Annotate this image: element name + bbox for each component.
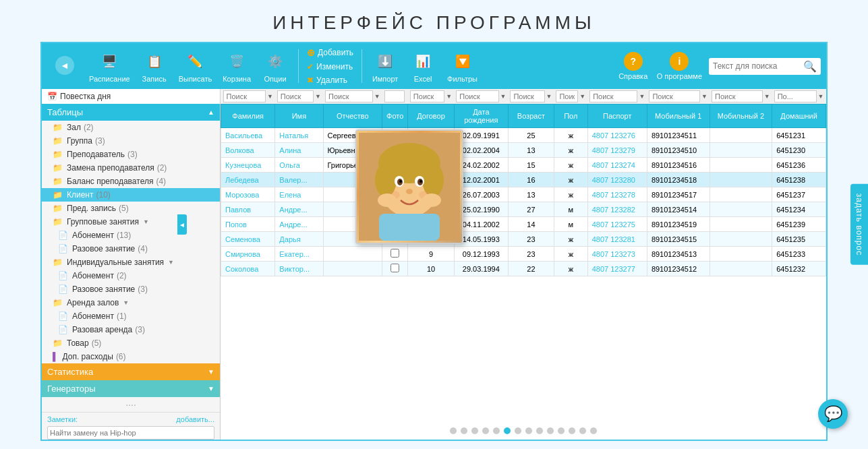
- col-contract[interactable]: Договор: [408, 104, 454, 128]
- cell-name[interactable]: Алина: [275, 143, 323, 158]
- pagination-dot-13[interactable]: [590, 427, 597, 434]
- cell-passport[interactable]: 4807 123281: [587, 232, 647, 247]
- cell-photo[interactable]: [382, 247, 408, 262]
- generators-header[interactable]: Генераторы ▼: [42, 380, 220, 397]
- table-row[interactable]: Соколова Виктор... 10 29.03.1994 22 ж 48…: [221, 262, 826, 276]
- cell-passport[interactable]: 4807 123274: [587, 158, 647, 173]
- table-row[interactable]: Васильева Наталья Сергеевна 1 02.09.1991…: [221, 128, 826, 143]
- col-surname[interactable]: Фамилия: [221, 104, 275, 128]
- cell-passport[interactable]: 4807 123276: [587, 128, 647, 143]
- chat-button[interactable]: 💬: [818, 399, 848, 429]
- pagination-dot-1[interactable]: [461, 427, 467, 434]
- cell-surname[interactable]: Семенова: [221, 232, 275, 247]
- search-name-dropdown-icon[interactable]: ▼: [315, 93, 321, 100]
- col-mobile2[interactable]: Мобильный 2: [710, 104, 772, 128]
- cell-name[interactable]: Дарья: [275, 232, 323, 247]
- search-age-dropdown-icon[interactable]: ▼: [546, 93, 552, 100]
- search-mobile2-dropdown-icon[interactable]: ▼: [764, 93, 770, 100]
- cell-surname[interactable]: Соколова: [221, 262, 275, 276]
- sidebar-item-single1[interactable]: 📄 Разовое занятие (4): [42, 242, 220, 256]
- notes-add-link[interactable]: добавить...: [176, 415, 214, 423]
- cell-surname[interactable]: Павлов: [221, 202, 275, 217]
- col-age[interactable]: Возраст: [508, 104, 554, 128]
- help-button[interactable]: ? Справка: [616, 52, 650, 80]
- sidebar-agenda[interactable]: 📅 Повестка дня: [42, 89, 220, 104]
- pagination-dot-7[interactable]: [525, 427, 532, 434]
- search-age-input[interactable]: [510, 90, 544, 102]
- cell-name[interactable]: Виктор...: [275, 262, 323, 276]
- col-birth[interactable]: Датарождения: [454, 104, 508, 128]
- cell-name[interactable]: Елена: [275, 187, 323, 202]
- sidebar-item-abonement1[interactable]: 📄 Абонемент (13): [42, 229, 220, 242]
- basket-button[interactable]: 🗑️ Корзина: [219, 47, 255, 86]
- pagination-dot-5[interactable]: [504, 427, 511, 434]
- cell-name[interactable]: Андре...: [275, 217, 323, 232]
- sidebar-item-rent[interactable]: 📁 Аренда залов ▼: [42, 296, 220, 309]
- search-icon[interactable]: 🔍: [803, 60, 817, 73]
- cell-passport[interactable]: 4807 123273: [587, 247, 647, 262]
- cell-name[interactable]: Валер...: [275, 173, 323, 187]
- table-row[interactable]: Лебедева Валер... 4 12.02.2001 16 ж 4807…: [221, 173, 826, 187]
- pagination-dot-2[interactable]: [471, 427, 478, 434]
- col-sex[interactable]: Пол: [554, 104, 587, 128]
- record-button[interactable]: 📋 Запись: [137, 47, 172, 86]
- pagination-dot-6[interactable]: [515, 427, 521, 434]
- search-patronymic-input[interactable]: [325, 90, 373, 102]
- search-sex-input[interactable]: [556, 90, 578, 102]
- back-button[interactable]: ◄: [47, 51, 82, 81]
- col-mobile1[interactable]: Мобильный 1: [647, 104, 710, 128]
- search-passport-input[interactable]: [589, 90, 637, 102]
- pagination-dot-12[interactable]: [579, 427, 586, 434]
- cell-passport[interactable]: 4807 123278: [587, 187, 647, 202]
- cell-surname[interactable]: Лебедева: [221, 173, 275, 187]
- sidebar-item-teacher[interactable]: 📁 Преподаватель (3): [42, 148, 220, 161]
- pagination-dot-11[interactable]: [569, 427, 575, 434]
- cell-surname[interactable]: Волкова: [221, 143, 275, 158]
- pagination-dot-4[interactable]: [493, 427, 500, 434]
- search-home-dropdown-icon[interactable]: ▼: [818, 93, 824, 100]
- delete-button[interactable]: ✖ Удалить: [304, 74, 356, 86]
- pagination-dot-10[interactable]: [558, 427, 565, 434]
- search-birth-dropdown-icon[interactable]: ▼: [500, 93, 507, 100]
- sidebar-item-abonement3[interactable]: 📄 Абонемент (1): [42, 309, 220, 323]
- table-row[interactable]: Павлов Андре... 6 25.02.1990 27 м 4807 1…: [221, 202, 826, 217]
- cell-photo[interactable]: [382, 262, 408, 276]
- col-home[interactable]: Домашний: [772, 104, 826, 128]
- cell-passport[interactable]: 4807 123282: [587, 202, 647, 217]
- cell-name[interactable]: Андре...: [275, 202, 323, 217]
- sidebar-item-group-classes[interactable]: 📁 Групповые занятия ▼: [42, 215, 220, 229]
- notes-search-input[interactable]: [47, 426, 214, 440]
- col-passport[interactable]: Паспорт: [587, 104, 647, 128]
- cell-surname[interactable]: Попов: [221, 217, 275, 232]
- cell-surname[interactable]: Смирнова: [221, 247, 275, 262]
- cell-passport[interactable]: 4807 123277: [587, 262, 647, 276]
- sidebar-collapse-handle[interactable]: ◄: [177, 214, 187, 235]
- table-row[interactable]: Волкова Алина Юрьевна 2 02.02.2004 13 ж …: [221, 143, 826, 158]
- cell-surname[interactable]: Морозова: [221, 187, 275, 202]
- sidebar-item-client[interactable]: 📁 Клиент (10): [42, 188, 220, 202]
- schedule-button[interactable]: 🖥️ Расписание: [85, 47, 134, 86]
- search-mobile1-input[interactable]: [649, 90, 700, 102]
- add-button[interactable]: ⊕ Добавить: [304, 46, 356, 59]
- search-sex-dropdown-icon[interactable]: ▼: [579, 93, 585, 100]
- search-contract-dropdown-icon[interactable]: ▼: [446, 93, 452, 100]
- pagination-dot-3[interactable]: [482, 427, 489, 434]
- pagination-dot-8[interactable]: [536, 427, 543, 434]
- cell-name[interactable]: Наталья: [275, 128, 323, 143]
- search-input[interactable]: [713, 61, 801, 71]
- table-row[interactable]: Семенова Дарья 8 14.05.1993 23 ж 4807 12…: [221, 232, 826, 247]
- pagination-dot-0[interactable]: [450, 427, 457, 434]
- col-photo[interactable]: Фото: [382, 104, 408, 128]
- table-row[interactable]: Кузнецова Ольга Григорьевна 3 24.02.2002…: [221, 158, 826, 173]
- search-patronymic-dropdown-icon[interactable]: ▼: [374, 93, 380, 100]
- search-mobile2-input[interactable]: [712, 90, 763, 102]
- sidebar-item-group[interactable]: 📁 Группа (3): [42, 134, 220, 148]
- col-patronymic[interactable]: Отчество: [323, 104, 382, 128]
- statistics-header[interactable]: Статистика ▼: [42, 363, 220, 380]
- sidebar-item-goods[interactable]: 📁 Товар (5): [42, 336, 220, 350]
- search-home-input[interactable]: [774, 90, 817, 102]
- search-birth-input[interactable]: [456, 90, 498, 102]
- photo-checkbox[interactable]: [390, 249, 399, 258]
- search-mobile1-dropdown-icon[interactable]: ▼: [701, 93, 707, 100]
- sidebar-item-individual[interactable]: 📁 Индивидуальные занятия ▼: [42, 256, 220, 269]
